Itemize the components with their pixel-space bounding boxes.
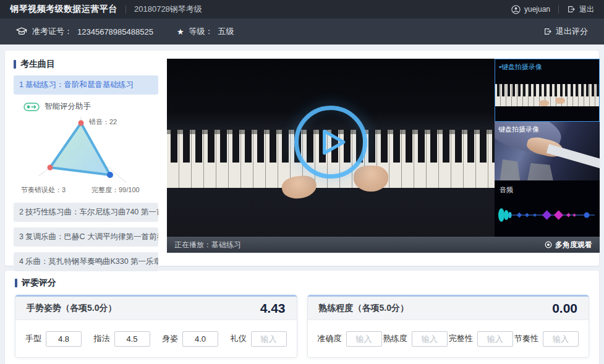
main-video[interactable] [167,59,495,237]
field-label: 身姿 [162,333,178,344]
song-number: 4 [19,257,23,266]
field-label: 熟练度 [383,333,407,344]
star-icon: ★ [177,27,184,36]
assistant-label: 智能评分助手 [45,101,91,112]
exit-scoring-button[interactable]: 退出评分 [543,26,588,37]
mini-hand [539,100,549,106]
field-proficiency: 熟练度 [383,331,448,347]
video-player: •键盘拍摄录像 键盘拍摄录像 音频 [167,59,600,256]
accuracy-input[interactable] [346,331,382,347]
score-card-gesture: 手势姿势（各项5.0分） 4.43 手型 指法 身姿 [15,295,297,358]
admission-label: 准考证号： [32,26,72,37]
audio-track-panel[interactable]: 音频 [495,180,600,237]
radar-label-rhythm: 节奏错误处：3 [21,186,66,193]
cam1-label-text: 键盘拍摄录像 [501,63,542,70]
radar-label-errors: 错音：22 [88,118,117,125]
radar-point-errors [79,121,84,126]
song-title: 复调乐曲：巴赫C 大调平均律第一首前奏曲 [25,232,158,241]
song-number: 2 [19,208,23,216]
posture-input[interactable] [182,331,218,347]
field-label: 手型 [25,333,41,344]
radar-chart: 错音：22 节奏错误处：3 完整度：99/100 [14,113,158,197]
field-accuracy: 准确度 [318,331,382,347]
field-hand-shape: 手型 [25,331,82,347]
field-etiquette: 礼仪 [231,331,287,347]
logout-icon [567,5,576,14]
field-completeness: 完整性 [449,331,513,347]
now-playing-label: 正在播放：基础练习 [174,240,241,250]
radar-polygon [50,123,110,175]
playlist-header: 考生曲目 [14,59,158,70]
judge-scoring-section: 评委评分 手势姿势（各项5.0分） 4.43 手型 指法 [5,271,599,364]
song-item-2[interactable]: 2技巧性练习曲：车尔尼练习曲740 第一首 [14,203,158,222]
exam-info-bar: 准考证号： 12345678985488525 ★ 等级： 五级 退出评分 [0,19,604,44]
play-icon [325,132,344,154]
multi-angle-label: 多角度观看 [555,240,592,250]
keyboard-cam-1[interactable]: •键盘拍摄录像 [495,59,600,122]
multi-angle-button[interactable]: 多角度观看 [545,240,592,250]
multi-angle-icon [545,241,552,248]
song-number: 1 [19,80,23,89]
logout-icon [543,27,552,36]
fingering-input[interactable] [114,331,150,347]
song-item-3[interactable]: 3复调乐曲：巴赫C 大调平均律第一首前奏曲 [14,227,158,247]
completeness-input[interactable] [477,331,513,347]
field-fingering: 指法 [94,331,150,347]
assistant-toggle-icon [23,103,40,111]
level-value: 五级 [218,26,234,37]
playlist-panel: 考生曲目 1基础练习：音阶和琶音基础练习 智能评分助手 [10,59,158,256]
song-item-4[interactable]: 4乐曲：莫扎特钢琴奏鸣曲K330 第一乐章 [14,252,158,271]
field-posture: 身姿 [162,331,218,347]
camera-angle-panel: •键盘拍摄录像 键盘拍摄录像 音频 [495,59,600,237]
user-avatar-icon [511,5,521,14]
exam-level: ★ 等级： 五级 [177,26,234,37]
song-title: 乐曲：莫扎特钢琴奏鸣曲K330 第一乐章 [25,257,158,266]
radar-point-completeness [107,172,113,178]
background-shape [527,163,554,180]
radar-label-completeness: 完整度：99/100 [91,186,140,193]
hand-shape-input[interactable] [46,331,82,347]
audio-label: 音频 [500,185,513,195]
radar-point-rhythm [48,165,53,171]
play-button[interactable] [294,106,367,179]
exit-scoring-label: 退出评分 [556,26,588,37]
keyboard-sliver [547,144,600,169]
etiquette-input[interactable] [251,331,287,347]
top-navbar: 钢琴视频考级数据运营平台 20180728钢琴考级 yuejuan [0,0,604,19]
scoring-header: 评委评分 [15,277,589,289]
session-name: 20180728钢琴考级 [134,4,202,15]
proficiency-input[interactable] [412,331,448,347]
section-bar [14,60,16,69]
user-menu[interactable]: yuejuan [511,5,550,14]
song-title: 基础练习：音阶和琶音基础练习 [25,80,134,89]
logout-label: 退出 [579,4,594,15]
level-label: 等级： [189,26,213,37]
divider [558,5,559,14]
exam-playback-card: 考生曲目 1基础练习：音阶和琶音基础练习 智能评分助手 [5,51,599,266]
graduation-cap-icon [16,27,27,36]
background-shape [500,159,521,180]
score-card-total: 4.43 [260,301,286,316]
keyboard-cam-2[interactable]: 键盘拍摄录像 [495,122,600,180]
field-label: 礼仪 [231,333,247,344]
song-item-1[interactable]: 1基础练习：音阶和琶音基础练习 [14,75,158,95]
main-content: 考生曲目 1基础练习：音阶和琶音基础练习 智能评分助手 [0,44,604,364]
field-label: 完整性 [449,333,473,344]
divider [125,5,126,14]
playlist-title: 考生曲目 [20,59,55,70]
field-rhythm: 节奏性 [514,331,579,347]
logout-button[interactable]: 退出 [567,4,594,15]
user-name: yuejuan [524,5,550,14]
section-bar [15,279,17,287]
video-status-bar: 正在播放：基础练习 多角度观看 [167,237,600,253]
song-number: 3 [19,232,23,241]
audio-waveform [497,204,597,226]
rhythm-input[interactable] [543,331,579,347]
app-title: 钢琴视频考级数据运营平台 [10,4,117,15]
field-label: 准确度 [318,333,342,344]
right-hand [354,166,388,192]
score-card-proficiency: 熟练程度（各项5.0分） 0.00 准确度 熟练度 完整性 [307,295,590,358]
smart-scoring-assistant[interactable]: 智能评分助手 [23,101,158,112]
scoring-title: 评委评分 [22,277,56,289]
cam1-label: •键盘拍摄录像 [499,62,542,72]
